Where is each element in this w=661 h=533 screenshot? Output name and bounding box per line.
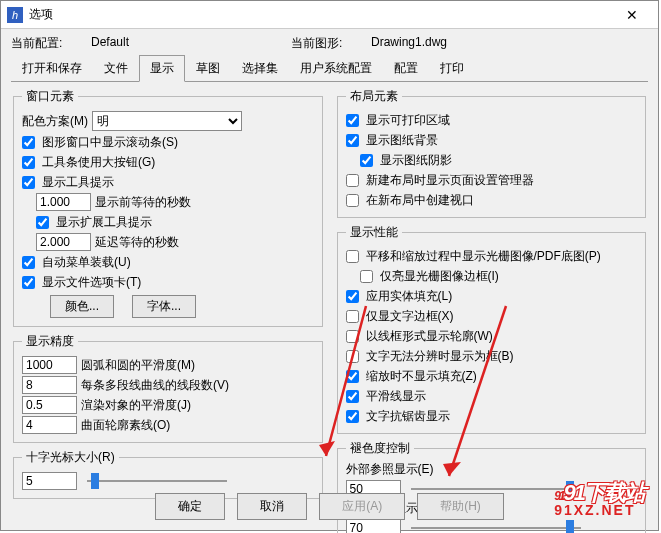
fade-control-legend: 褪色度控制 bbox=[346, 440, 414, 457]
cb-smooth-line[interactable] bbox=[346, 390, 359, 403]
crosshair-legend: 十字光标大小(R) bbox=[22, 449, 119, 466]
close-button[interactable]: ✕ bbox=[612, 3, 652, 27]
render-smooth-input[interactable] bbox=[22, 396, 77, 414]
cb-text-as-box-label: 文字无法分辨时显示为框(B) bbox=[366, 348, 514, 365]
inplace-edit-input[interactable] bbox=[346, 519, 401, 533]
cb-wireframe-silhouette[interactable] bbox=[346, 330, 359, 343]
cb-highlight-raster-border[interactable] bbox=[360, 270, 373, 283]
cb-text-border-only-label: 仅显文字边框(X) bbox=[366, 308, 454, 325]
polyline-segs-label: 每条多段线曲线的线段数(V) bbox=[81, 377, 229, 394]
color-button[interactable]: 颜色... bbox=[50, 295, 114, 318]
current-config-value: Default bbox=[91, 35, 291, 52]
cb-printable-area[interactable] bbox=[346, 114, 359, 127]
cb-raster-panzoom[interactable] bbox=[346, 250, 359, 263]
cb-tooltips-label: 显示工具提示 bbox=[42, 174, 114, 191]
cb-file-tabs-label: 显示文件选项卡(T) bbox=[42, 274, 141, 291]
layout-elements-group: 布局元素 显示可打印区域 显示图纸背景 显示图纸阴影 新建布局时显示页面设置管理… bbox=[337, 88, 647, 218]
window-elements-group: 窗口元素 配色方案(M) 明 图形窗口中显示滚动条(S) 工具条使用大按钮(G)… bbox=[13, 88, 323, 327]
cb-ext-tooltips-label: 显示扩展工具提示 bbox=[56, 214, 152, 231]
cb-no-fill-on-zoom-label: 缩放时不显示填充(Z) bbox=[366, 368, 477, 385]
cb-ext-tooltips[interactable] bbox=[36, 216, 49, 229]
tab-bar: 打开和保存 文件 显示 草图 选择集 用户系统配置 配置 打印 bbox=[11, 54, 648, 82]
cb-create-viewport-label: 在新布局中创建视口 bbox=[366, 192, 474, 209]
tab-selection[interactable]: 选择集 bbox=[231, 55, 289, 82]
cb-new-layout-pagesetup[interactable] bbox=[346, 174, 359, 187]
current-drawing-label: 当前图形: bbox=[291, 35, 371, 52]
apply-button[interactable]: 应用(A) bbox=[319, 493, 405, 520]
tooltip-delay-label: 显示前等待的秒数 bbox=[95, 194, 191, 211]
ext-tooltip-delay-label: 延迟等待的秒数 bbox=[95, 234, 179, 251]
cancel-button[interactable]: 取消 bbox=[237, 493, 307, 520]
ext-tooltip-delay-input[interactable] bbox=[36, 233, 91, 251]
surface-lines-label: 曲面轮廓素线(O) bbox=[81, 417, 170, 434]
current-drawing-value: Drawing1.dwg bbox=[371, 35, 571, 52]
surface-lines-input[interactable] bbox=[22, 416, 77, 434]
tab-file[interactable]: 文件 bbox=[93, 55, 139, 82]
cb-wireframe-silhouette-label: 以线框形式显示轮廓(W) bbox=[366, 328, 493, 345]
arc-smooth-input[interactable] bbox=[22, 356, 77, 374]
help-button[interactable]: 帮助(H) bbox=[417, 493, 504, 520]
color-scheme-select[interactable]: 明 bbox=[92, 111, 242, 131]
window-elements-legend: 窗口元素 bbox=[22, 88, 78, 105]
color-scheme-label: 配色方案(M) bbox=[22, 113, 88, 130]
cb-create-viewport[interactable] bbox=[346, 194, 359, 207]
cb-paper-bg-label: 显示图纸背景 bbox=[366, 132, 438, 149]
cb-auto-menu[interactable] bbox=[22, 256, 35, 269]
cb-text-antialias[interactable] bbox=[346, 410, 359, 423]
cb-no-fill-on-zoom[interactable] bbox=[346, 370, 359, 383]
cb-new-layout-pagesetup-label: 新建布局时显示页面设置管理器 bbox=[366, 172, 534, 189]
ok-button[interactable]: 确定 bbox=[155, 493, 225, 520]
tab-user-sys[interactable]: 用户系统配置 bbox=[289, 55, 383, 82]
crosshair-slider[interactable] bbox=[87, 473, 227, 489]
cb-paper-shadow-label: 显示图纸阴影 bbox=[380, 152, 452, 169]
cb-paper-bg[interactable] bbox=[346, 134, 359, 147]
display-precision-legend: 显示精度 bbox=[22, 333, 78, 350]
cb-scrollbars-label: 图形窗口中显示滚动条(S) bbox=[42, 134, 178, 151]
cb-auto-menu-label: 自动菜单装载(U) bbox=[42, 254, 131, 271]
crosshair-group: 十字光标大小(R) bbox=[13, 449, 323, 499]
cb-text-as-box[interactable] bbox=[346, 350, 359, 363]
display-performance-legend: 显示性能 bbox=[346, 224, 402, 241]
tooltip-delay-input[interactable] bbox=[36, 193, 91, 211]
cb-scrollbars[interactable] bbox=[22, 136, 35, 149]
font-button[interactable]: 字体... bbox=[132, 295, 196, 318]
polyline-segs-input[interactable] bbox=[22, 376, 77, 394]
render-smooth-label: 渲染对象的平滑度(J) bbox=[81, 397, 191, 414]
current-config-label: 当前配置: bbox=[11, 35, 91, 52]
layout-elements-legend: 布局元素 bbox=[346, 88, 402, 105]
display-precision-group: 显示精度 圆弧和圆的平滑度(M) 每条多段线曲线的线段数(V) 渲染对象的平滑度… bbox=[13, 333, 323, 443]
tab-display[interactable]: 显示 bbox=[139, 55, 185, 82]
xref-fade-label: 外部参照显示(E) bbox=[346, 461, 638, 478]
cb-text-border-only[interactable] bbox=[346, 310, 359, 323]
cb-big-buttons[interactable] bbox=[22, 156, 35, 169]
window-title: 选项 bbox=[29, 6, 612, 23]
display-performance-group: 显示性能 平移和缩放过程中显示光栅图像/PDF底图(P) 仅亮显光栅图像边框(I… bbox=[337, 224, 647, 434]
cb-tooltips[interactable] bbox=[22, 176, 35, 189]
cb-highlight-raster-border-label: 仅亮显光栅图像边框(I) bbox=[380, 268, 499, 285]
cb-file-tabs[interactable] bbox=[22, 276, 35, 289]
crosshair-size-input[interactable] bbox=[22, 472, 77, 490]
cb-raster-panzoom-label: 平移和缩放过程中显示光栅图像/PDF底图(P) bbox=[366, 248, 601, 265]
cb-paper-shadow[interactable] bbox=[360, 154, 373, 167]
arc-smooth-label: 圆弧和圆的平滑度(M) bbox=[81, 357, 195, 374]
tab-print[interactable]: 打印 bbox=[429, 55, 475, 82]
inplace-edit-slider[interactable] bbox=[411, 520, 581, 533]
cb-solid-fill[interactable] bbox=[346, 290, 359, 303]
tab-config[interactable]: 配置 bbox=[383, 55, 429, 82]
tab-open-save[interactable]: 打开和保存 bbox=[11, 55, 93, 82]
cb-big-buttons-label: 工具条使用大按钮(G) bbox=[42, 154, 155, 171]
cb-printable-area-label: 显示可打印区域 bbox=[366, 112, 450, 129]
cb-smooth-line-label: 平滑线显示 bbox=[366, 388, 426, 405]
app-icon: h bbox=[7, 7, 23, 23]
cb-solid-fill-label: 应用实体填充(L) bbox=[366, 288, 453, 305]
tab-sketch[interactable]: 草图 bbox=[185, 55, 231, 82]
cb-text-antialias-label: 文字抗锯齿显示 bbox=[366, 408, 450, 425]
